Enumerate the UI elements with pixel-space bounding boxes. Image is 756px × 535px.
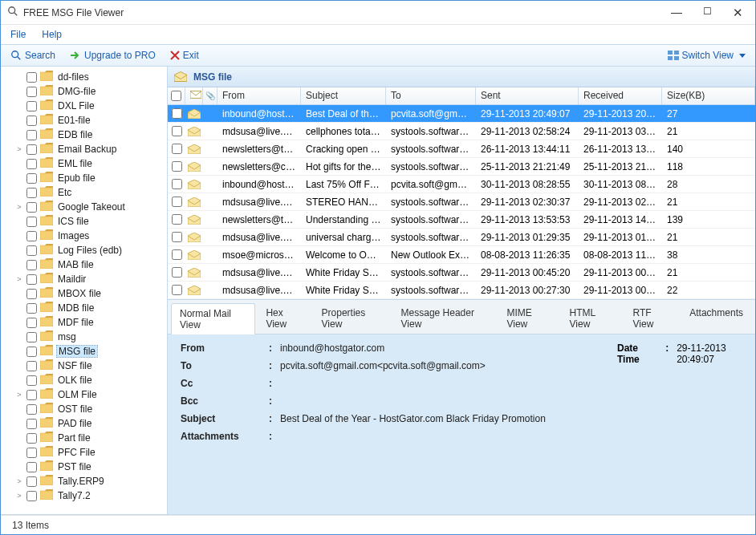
tree-item[interactable]: Images [1,229,167,243]
row-checkbox[interactable] [172,126,182,136]
menu-help[interactable]: Help [42,29,62,40]
tree-item[interactable]: DMG-file [1,84,167,99]
row-checkbox[interactable] [172,285,182,295]
tree-item[interactable]: E01-file [1,113,167,128]
message-row[interactable]: msoe@microsoft...Welcome to Outl...New O… [168,246,755,264]
tree-checkbox[interactable] [26,375,37,386]
message-row[interactable]: mdsusa@live.cp2...STEREO HANDSFR...systo… [168,193,755,211]
tree-item[interactable]: ICS file [1,214,167,229]
tab-properties[interactable]: Properties View [313,302,391,334]
tree-checkbox[interactable] [26,130,37,140]
tree-item[interactable]: Log Files (edb) [1,243,167,257]
tree-checkbox[interactable] [26,289,37,299]
tree-checkbox[interactable] [26,318,37,328]
tab-html[interactable]: HTML View [561,302,623,334]
tree-item[interactable]: >Maildir [1,272,167,286]
tree-item[interactable]: Etc [1,185,167,200]
tree-item[interactable]: DXL File [1,99,167,113]
tree-checkbox[interactable] [26,217,37,227]
tree-checkbox[interactable] [26,419,37,429]
tree-item[interactable]: MDB file [1,301,167,315]
expander-icon[interactable]: > [15,477,23,485]
upgrade-button[interactable]: Upgrade to PRO [65,48,161,63]
row-checkbox[interactable] [172,108,182,119]
tree-checkbox[interactable] [26,202,37,213]
tree-checkbox[interactable] [26,390,37,400]
tab-normal-mail[interactable]: Normal Mail View [171,303,255,334]
tree-checkbox[interactable] [26,260,37,270]
row-checkbox[interactable] [172,249,182,260]
message-row[interactable]: newsletters@tech...Understanding S...sys… [168,211,755,229]
tree-checkbox[interactable] [26,87,37,97]
header-to[interactable]: To [386,87,476,104]
tree-item[interactable]: MSG file [1,344,167,359]
tree-checkbox[interactable] [26,303,37,314]
close-button[interactable]: ✕ [730,6,746,20]
tree-item[interactable]: Epub file [1,171,167,185]
message-list[interactable]: inbound@hostga...Best Deal of the Y...pc… [168,105,755,299]
tree-item[interactable]: >Google Takeout [1,200,167,214]
header-from[interactable]: From [217,87,301,104]
tree-item[interactable]: NSF file [1,359,167,373]
tree-checkbox[interactable] [26,159,37,169]
tree-item[interactable]: >Email Backup [1,142,167,156]
row-checkbox[interactable] [172,214,182,225]
expander-icon[interactable]: > [15,203,23,211]
tree-checkbox[interactable] [26,361,37,371]
expander-icon[interactable]: > [15,275,23,283]
tree-checkbox[interactable] [26,116,37,126]
tab-attachments[interactable]: Attachments [681,302,752,334]
message-row[interactable]: mdsusa@live.cp2...White Friday Sale ...s… [168,264,755,282]
tree-item[interactable]: >Tally.ERP9 [1,474,167,488]
tab-message-header[interactable]: Message Header View [392,302,497,334]
message-row[interactable]: mdsusa@live.cp2...universal charger ...s… [168,229,755,246]
expander-icon[interactable]: > [15,145,23,153]
message-row[interactable]: inbound@hostga...Best Deal of the Y...pc… [168,105,755,123]
tree-item[interactable]: PAD file [1,416,167,431]
tree-checkbox[interactable] [26,101,37,111]
tree-item[interactable]: msg [1,330,167,344]
tree-checkbox[interactable] [26,332,37,342]
message-row[interactable]: mdsusa@live.cp2...White Friday Sale ...s… [168,282,755,299]
header-size[interactable]: Size(KB) [662,87,755,104]
tree-checkbox[interactable] [26,274,37,285]
tree-checkbox[interactable] [26,173,37,184]
tree-checkbox[interactable] [26,347,37,357]
tree-checkbox[interactable] [26,448,37,458]
tree-checkbox[interactable] [26,245,37,256]
expander-icon[interactable]: > [15,492,23,500]
exit-button[interactable]: Exit [165,48,204,63]
tree-checkbox[interactable] [26,144,37,155]
tab-hex[interactable]: Hex View [257,302,311,334]
tree-item[interactable]: Part file [1,431,167,445]
row-checkbox[interactable] [172,232,182,242]
tree-item[interactable]: MAB file [1,257,167,272]
minimize-button[interactable]: — [669,6,685,20]
tree-item[interactable]: dd-files [1,70,167,84]
tree-checkbox[interactable] [26,404,37,415]
tree-item[interactable]: >Tally7.2 [1,488,167,503]
menu-file[interactable]: File [10,29,26,40]
header-sent[interactable]: Sent [476,87,579,104]
message-row[interactable]: newsletters@tech...Cracking open th...sy… [168,140,755,158]
select-all-checkbox[interactable] [171,91,181,101]
search-button[interactable]: Search [6,48,60,63]
row-checkbox[interactable] [172,161,182,172]
tree-item[interactable]: MDF file [1,315,167,330]
tree-checkbox[interactable] [26,462,37,472]
tree-checkbox[interactable] [26,476,37,487]
tab-mime[interactable]: MIME View [498,302,559,334]
tree-item[interactable]: >OLM File [1,387,167,402]
row-checkbox[interactable] [172,197,182,207]
row-checkbox[interactable] [172,144,182,154]
tree-item[interactable]: EDB file [1,128,167,142]
message-row[interactable]: mdsusa@live.cp2...cellphones total c...s… [168,123,755,140]
row-checkbox[interactable] [172,179,182,189]
tree-checkbox[interactable] [26,188,37,198]
header-subject[interactable]: Subject [301,87,386,104]
message-row[interactable]: newsletters@cnet...Hot gifts for the j..… [168,158,755,176]
tree-checkbox[interactable] [26,231,37,241]
tab-rtf[interactable]: RTF View [624,302,680,334]
tree-item[interactable]: EML file [1,156,167,171]
header-received[interactable]: Received [579,87,662,104]
